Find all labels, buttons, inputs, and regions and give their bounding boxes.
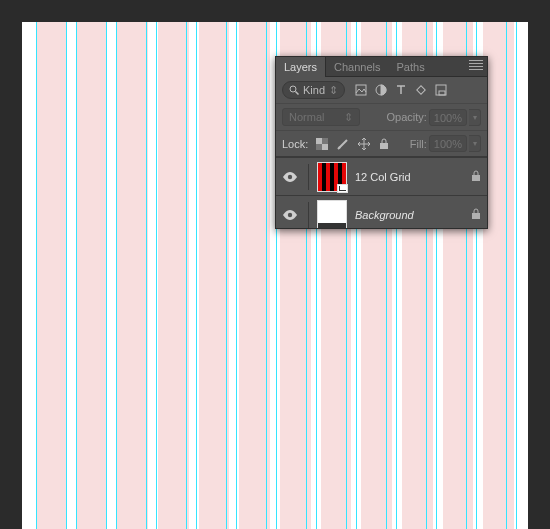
blend-mode-select[interactable]: Normal ⇕ [282, 108, 360, 126]
layer-row[interactable]: 12 Col Grid [276, 158, 487, 196]
svg-point-14 [288, 212, 292, 216]
eye-icon [283, 210, 297, 220]
tab-channels[interactable]: Channels [326, 57, 388, 77]
smart-object-badge-icon [337, 184, 348, 193]
layer-list: 12 Col Grid Background [276, 157, 487, 228]
layer-thumbnail[interactable] [317, 200, 347, 229]
layer-row[interactable]: Background [276, 196, 487, 228]
svg-point-0 [290, 86, 296, 92]
lock-all-icon[interactable] [379, 138, 389, 150]
panel-tabbar: Layers Channels Paths [276, 57, 487, 77]
eye-icon [283, 172, 297, 182]
layer-name-label[interactable]: 12 Col Grid [355, 171, 463, 183]
chevron-updown-icon: ⇕ [344, 111, 353, 124]
fill-control: Fill: 100% ▾ [410, 135, 481, 152]
fill-label: Fill: [410, 138, 427, 150]
tab-paths[interactable]: Paths [389, 57, 433, 77]
filter-text-icon[interactable] [395, 84, 407, 96]
layers-panel: Layers Channels Paths Kind ⇕ N [275, 56, 488, 229]
tab-layers[interactable]: Layers [276, 57, 326, 77]
filter-smart-icon[interactable] [435, 84, 447, 96]
filter-type-icons [355, 84, 447, 96]
opacity-value[interactable]: 100% [429, 109, 467, 126]
lock-icons [316, 138, 389, 150]
row-divider [308, 164, 309, 190]
fill-value[interactable]: 100% [429, 135, 467, 152]
grid-column [239, 22, 270, 529]
svg-rect-11 [380, 143, 388, 149]
layer-name-label[interactable]: Background [355, 209, 463, 221]
visibility-toggle[interactable] [280, 210, 300, 220]
grid-column [199, 22, 230, 529]
svg-rect-4 [417, 86, 425, 94]
svg-point-12 [288, 174, 292, 178]
lock-move-icon[interactable] [358, 138, 370, 150]
lock-row: Lock: Fill: 100% ▾ [276, 131, 487, 157]
layer-thumbnail[interactable] [317, 162, 347, 192]
lock-icon[interactable] [471, 208, 481, 222]
svg-rect-15 [472, 213, 480, 219]
filter-adjustment-icon[interactable] [375, 84, 387, 96]
filter-kind-select[interactable]: Kind ⇕ [282, 81, 345, 99]
svg-rect-6 [439, 91, 445, 95]
panel-menu-icon[interactable] [469, 60, 483, 70]
chevron-updown-icon: ⇕ [329, 84, 338, 97]
lock-image-icon[interactable] [337, 138, 349, 150]
lock-icon[interactable] [471, 170, 481, 184]
grid-column [158, 22, 189, 529]
grid-column [117, 22, 148, 529]
svg-rect-10 [316, 144, 322, 150]
lock-label: Lock: [282, 138, 308, 150]
svg-rect-7 [316, 138, 322, 144]
row-divider [308, 202, 309, 228]
svg-rect-13 [472, 175, 480, 181]
chevron-down-icon[interactable]: ▾ [469, 135, 481, 152]
lock-transparent-icon[interactable] [316, 138, 328, 150]
opacity-label: Opacity: [387, 111, 427, 123]
grid-column [36, 22, 67, 529]
filter-shape-icon[interactable] [415, 84, 427, 96]
svg-rect-9 [322, 138, 328, 144]
svg-rect-8 [322, 144, 328, 150]
chevron-down-icon[interactable]: ▾ [469, 109, 481, 126]
filter-pixel-icon[interactable] [355, 84, 367, 96]
layer-filter-row: Kind ⇕ [276, 77, 487, 104]
grid-column [77, 22, 108, 529]
svg-line-1 [296, 92, 299, 95]
blend-row: Normal ⇕ Opacity: 100% ▾ [276, 104, 487, 131]
blend-mode-value: Normal [289, 111, 324, 123]
opacity-control: Opacity: 100% ▾ [387, 109, 482, 126]
filter-kind-label: Kind [303, 84, 325, 96]
visibility-toggle[interactable] [280, 172, 300, 182]
photoshop-workspace: Layers Channels Paths Kind ⇕ N [0, 0, 550, 529]
